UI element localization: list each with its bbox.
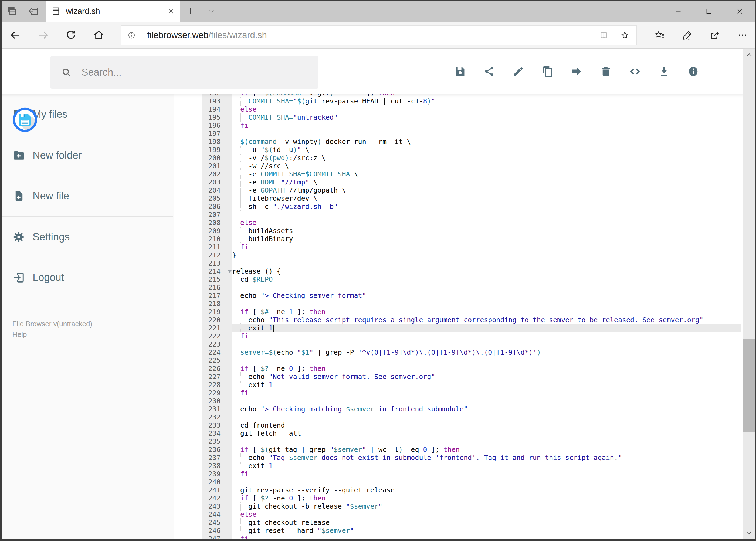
editor-line[interactable]: 206 sh -c "./wizard.sh -b" xyxy=(202,203,741,211)
editor-line[interactable]: 202 -e COMMIT_SHA=$COMMIT_SHA \ xyxy=(202,170,741,178)
editor-line[interactable]: 230 xyxy=(202,397,741,405)
editor-line[interactable]: 216 xyxy=(202,283,741,292)
new-tab-button[interactable] xyxy=(186,7,194,15)
editor-line[interactable]: 227 echo "Not valid semver format. See s… xyxy=(202,373,741,381)
editor-line[interactable]: 201 -w //src \ xyxy=(202,162,741,170)
editor-line[interactable]: 215 cd $REPO xyxy=(202,275,741,283)
minimize-button[interactable] xyxy=(674,8,682,15)
tabs-aside-button[interactable] xyxy=(28,6,39,16)
editor-line[interactable]: 243 git checkout -b release "$semver" xyxy=(202,502,741,510)
back-button[interactable] xyxy=(9,29,21,41)
help-link[interactable]: Help xyxy=(12,329,174,340)
more-dots-button[interactable] xyxy=(737,30,748,41)
editor-line[interactable]: 235 xyxy=(202,437,741,446)
editor-line[interactable]: 210 buildBinary xyxy=(202,235,741,243)
tab-close-icon[interactable] xyxy=(167,8,174,15)
editor-line[interactable]: 193 COMMIT_SHA="$(git rev-parse HEAD | c… xyxy=(202,97,741,105)
editor-line[interactable]: 240 xyxy=(202,478,741,486)
editor-line[interactable]: 194 else xyxy=(202,105,741,114)
favorite-star-button[interactable] xyxy=(620,31,630,40)
editor-line[interactable]: 247 fi xyxy=(202,535,741,539)
browser-tab[interactable]: wizard.sh xyxy=(46,0,180,22)
editor-line[interactable]: 198 $(command -v winpty) docker run --rm… xyxy=(202,138,741,146)
page-scrollbar[interactable] xyxy=(743,49,755,539)
code-view-button[interactable] xyxy=(629,65,641,78)
home-button[interactable] xyxy=(93,29,105,41)
editor-line[interactable]: 231 echo "> Checking matching $semver in… xyxy=(202,405,741,413)
editor-line[interactable]: 208 else xyxy=(202,219,741,227)
maximize-button[interactable] xyxy=(705,8,712,15)
editor-line[interactable]: 228 exit 1 xyxy=(202,381,741,389)
save-button[interactable] xyxy=(454,65,466,78)
editor-line[interactable]: 219 if [ $# -ne 1 ]; then xyxy=(202,308,741,316)
filebrowser-logo[interactable] xyxy=(12,107,38,133)
sidebar-item-settings[interactable]: Settings xyxy=(0,217,174,257)
editor-line[interactable]: 211 fi xyxy=(202,243,741,251)
editor-line[interactable]: 223 xyxy=(202,340,741,348)
fold-arrow-icon[interactable] xyxy=(227,268,232,275)
site-info-icon[interactable] xyxy=(127,31,136,39)
scroll-down-icon[interactable] xyxy=(743,529,755,537)
editor-line[interactable]: 238 exit 1 xyxy=(202,462,741,470)
editor-line[interactable]: 241 git rev-parse --verify --quiet relea… xyxy=(202,486,741,494)
editor-line[interactable]: 217 echo "> Checking semver format" xyxy=(202,292,741,300)
editor-line[interactable]: 242 if [ $? -ne 0 ]; then xyxy=(202,494,741,502)
share-button[interactable] xyxy=(710,30,720,41)
editor-line[interactable]: 199 -u "$(id -u)" \ xyxy=(202,146,741,154)
search-box[interactable] xyxy=(50,56,319,89)
info-filled-button[interactable] xyxy=(687,65,699,78)
editor-line[interactable]: 195 COMMIT_SHA="untracked" xyxy=(202,114,741,122)
search-input[interactable] xyxy=(81,66,298,78)
editor-line[interactable]: 212} xyxy=(202,251,741,259)
tab-list-chevron-button[interactable] xyxy=(208,8,215,14)
editor-line[interactable]: 192 if [ "$(command -v git)" != "" ]; th… xyxy=(202,94,741,97)
delete-button[interactable] xyxy=(600,65,612,78)
editor-line[interactable]: 209 buildAssets xyxy=(202,227,741,235)
editor-line[interactable]: 225 xyxy=(202,356,741,365)
editor-line[interactable]: 220 echo "This release script requires a… xyxy=(202,316,741,324)
share-nodes-button[interactable] xyxy=(483,65,495,78)
editor-line[interactable]: 205 filebrowser/dev \ xyxy=(202,195,741,203)
refresh-button[interactable] xyxy=(65,29,77,41)
editor-line[interactable]: 226 if [ $? -ne 0 ]; then xyxy=(202,365,741,373)
sidebar-item-new-folder[interactable]: New folder xyxy=(0,135,174,176)
editor-line[interactable]: 200 -v /$(pwd):/src:z \ xyxy=(202,154,741,162)
sidebar-item-logout[interactable]: Logout xyxy=(0,257,174,297)
editor-line[interactable]: 245 git checkout release xyxy=(202,519,741,527)
editor-line[interactable]: 234 git fetch --all xyxy=(202,429,741,437)
editor-line[interactable]: 196 fi xyxy=(202,122,741,130)
close-window-button[interactable] xyxy=(736,8,743,15)
code-text: echo "> Checking semver format" xyxy=(232,292,741,300)
editor-line[interactable]: 233 cd frontend xyxy=(202,421,741,429)
rename-button[interactable] xyxy=(512,65,524,78)
editor-line[interactable]: 207 xyxy=(202,211,741,219)
editor-line[interactable]: 246 git reset --hard "$semver" xyxy=(202,527,741,535)
sidebar-item-new-file[interactable]: New file xyxy=(0,176,174,216)
scrollbar-thumb[interactable] xyxy=(743,339,755,432)
editor-line[interactable]: 197 xyxy=(202,130,741,138)
editor-line[interactable]: 237 echo "Tag $semver does not exist in … xyxy=(202,454,741,462)
hub-button[interactable] xyxy=(654,30,665,41)
address-bar[interactable]: filebrowser.web/files/wizard.sh xyxy=(121,25,637,45)
editor-line[interactable]: 221 exit 1 xyxy=(202,324,741,332)
code-editor[interactable]: 192 if [ "$(command -v git)" != "" ]; th… xyxy=(202,94,741,539)
editor-line[interactable]: 232 xyxy=(202,413,741,421)
move-button[interactable] xyxy=(571,65,583,78)
download-button[interactable] xyxy=(658,65,670,78)
editor-line[interactable]: 224 semver=$(echo "$1" | grep -P '^v(0|[… xyxy=(202,348,741,356)
editor-line[interactable]: 214release () { xyxy=(202,268,741,275)
editor-line[interactable]: 203 -e HOME="//tmp" \ xyxy=(202,178,741,186)
url-text[interactable]: filebrowser.web/files/wizard.sh xyxy=(147,30,267,40)
copy-button[interactable] xyxy=(541,65,554,78)
editor-line[interactable]: 244 else xyxy=(202,510,741,519)
tab-preview-button[interactable] xyxy=(6,6,17,16)
editor-line[interactable]: 239 fi xyxy=(202,470,741,478)
editor-line[interactable]: 213 xyxy=(202,259,741,268)
editor-line[interactable]: 236 if [ $(git tag | grep "$semver" | wc… xyxy=(202,446,741,454)
scroll-up-icon[interactable] xyxy=(743,51,755,59)
editor-line[interactable]: 222 fi xyxy=(202,332,741,340)
editor-line[interactable]: 204 -e GOPATH=//tmp/gopath \ xyxy=(202,186,741,195)
editor-line[interactable]: 218 xyxy=(202,300,741,308)
editor-line[interactable]: 229 fi xyxy=(202,389,741,397)
web-note-pen-button[interactable] xyxy=(682,30,693,41)
